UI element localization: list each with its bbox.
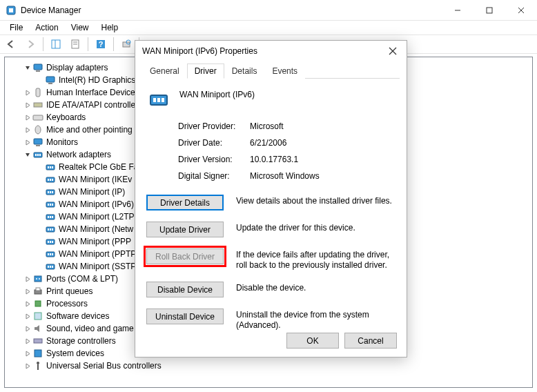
system-icon [32, 348, 43, 359]
expand-icon[interactable] [23, 349, 32, 358]
expand-icon[interactable] [23, 88, 32, 97]
close-button[interactable] [505, 0, 537, 21]
driver-details-button[interactable]: Driver Details [146, 195, 224, 210]
update-driver-button[interactable]: Update Driver [146, 222, 224, 237]
tree-item-label: Intel(R) HD Graphics [59, 74, 135, 86]
hid-icon [32, 87, 43, 98]
nav-forward-button[interactable] [22, 36, 39, 52]
expand-icon[interactable] [23, 336, 32, 346]
cpu-icon [32, 298, 43, 309]
svg-rect-28 [52, 40, 60, 48]
driver-provider-label: Driver Provider: [178, 121, 250, 131]
driver-version-value: 10.0.17763.1 [250, 155, 298, 164]
menu-file[interactable]: File [4, 21, 28, 34]
tree-item-label: Universal Serial Bus controllers [46, 360, 162, 372]
dialog-titlebar[interactable]: WAN Miniport (IPv6) Properties [135, 41, 407, 61]
expander-spacer [35, 162, 45, 172]
digital-signer-value: Microsoft Windows [250, 171, 320, 181]
window-title: Device Manager [21, 6, 442, 15]
help-button[interactable]: ? [92, 36, 109, 52]
properties-button[interactable] [67, 36, 84, 52]
expander-spacer [35, 175, 45, 184]
tree-item-label: Mice and other pointing [46, 124, 133, 136]
tree-item-label: WAN Miniport (IKEv [59, 173, 132, 186]
expander-spacer [35, 75, 45, 85]
tree-item-label: WAN Miniport (IP) [59, 186, 125, 198]
tree-item-label: IDE ATA/ATAPI controlle [46, 99, 135, 111]
update-driver-desc: Update the driver for this device. [236, 222, 355, 233]
net-icon [45, 248, 56, 259]
expander-spacer [35, 212, 45, 222]
tree-item-label: Human Interface Device [46, 86, 135, 99]
minimize-button[interactable] [442, 0, 473, 21]
tree-item-label: WAN Miniport (PPTP [59, 248, 136, 260]
display-icon [45, 75, 56, 86]
tree-item-label: WAN Miniport (PPP [59, 235, 131, 248]
net-icon [45, 211, 56, 222]
expand-icon[interactable] [23, 324, 32, 333]
menu-action[interactable]: Action [30, 21, 64, 34]
display-icon [32, 137, 43, 148]
disable-device-desc: Disable the device. [236, 282, 306, 293]
net-icon [45, 174, 56, 185]
collapse-icon[interactable] [23, 63, 32, 72]
roll-back-driver-desc: If the device fails after updating the d… [236, 248, 396, 271]
tab-driver[interactable]: Driver [187, 63, 224, 79]
tree-item-label: Realtek PCIe GbE Fam [59, 161, 145, 173]
expand-icon[interactable] [23, 286, 32, 296]
tab-events[interactable]: Events [264, 63, 305, 79]
expand-icon[interactable] [23, 112, 32, 122]
tab-general[interactable]: General [142, 63, 187, 79]
driver-date-value: 6/21/2006 [250, 138, 286, 148]
net-icon [45, 261, 56, 272]
keyboard-icon [32, 112, 43, 123]
tab-details[interactable]: Details [224, 63, 265, 79]
nav-back-button[interactable] [3, 36, 19, 52]
scan-hardware-button[interactable] [118, 36, 135, 52]
expander-spacer [35, 199, 45, 209]
ok-button[interactable]: OK [286, 333, 339, 349]
net-icon [45, 224, 56, 235]
dialog-close-button[interactable] [379, 41, 407, 61]
app-icon [6, 5, 17, 16]
show-hide-tree-button[interactable] [48, 36, 64, 52]
device-name: WAN Miniport (IPv6) [179, 88, 255, 99]
expand-icon[interactable] [23, 311, 32, 321]
digital-signer-label: Digital Signer: [178, 171, 250, 181]
expander-spacer [35, 187, 45, 197]
tree-item-label: Ports (COM & LPT) [46, 273, 118, 285]
expand-icon[interactable] [23, 361, 32, 371]
driver-provider-value: Microsoft [250, 121, 284, 131]
usb-icon [32, 360, 43, 371]
disable-device-button[interactable]: Disable Device [146, 282, 224, 297]
ide-icon [32, 99, 43, 110]
mouse-icon [32, 124, 43, 135]
tree-item-label: Print queues [46, 285, 92, 297]
expand-icon[interactable] [23, 274, 32, 284]
tree-item-label: Software devices [46, 310, 109, 322]
window-titlebar: Device Manager [0, 0, 537, 21]
tree-item-label: WAN Miniport (L2TP [59, 210, 135, 223]
driver-details-desc: View details about the installed driver … [236, 195, 392, 206]
properties-dialog: WAN Miniport (IPv6) Properties General D… [135, 40, 407, 357]
driver-version-label: Driver Version: [178, 155, 250, 164]
uninstall-device-button[interactable]: Uninstall Device [146, 308, 224, 324]
collapse-icon[interactable] [23, 150, 32, 159]
tree-item[interactable]: Universal Serial Bus controllers [8, 360, 529, 372]
cancel-button[interactable]: Cancel [344, 333, 397, 349]
dialog-tabs: General Driver Details Events [142, 63, 400, 79]
tree-item-label: Network adapters [46, 148, 111, 161]
device-icon [148, 88, 170, 110]
expander-spacer [35, 262, 45, 271]
expand-icon[interactable] [23, 299, 32, 308]
net-icon [45, 186, 56, 197]
expand-icon[interactable] [23, 100, 32, 110]
net-icon [45, 199, 56, 210]
sound-icon [32, 323, 43, 334]
tree-item-label: Monitors [46, 136, 78, 148]
menu-view[interactable]: View [66, 21, 95, 34]
expand-icon[interactable] [23, 125, 32, 135]
maximize-button[interactable] [473, 0, 505, 21]
expand-icon[interactable] [23, 137, 32, 147]
menu-help[interactable]: Help [96, 21, 124, 34]
